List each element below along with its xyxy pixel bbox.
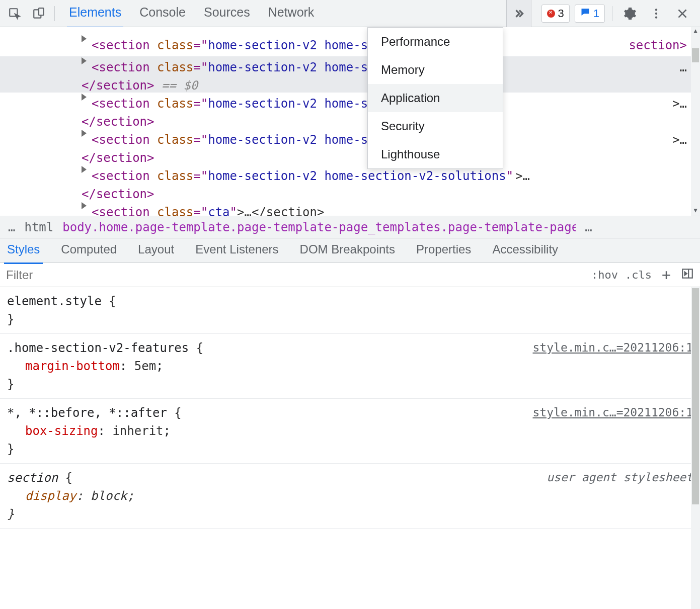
dom-node[interactable]: <section class="home-section-v2 home-se …	[0, 93, 691, 115]
dom-node[interactable]: <section class="cta">…</section>	[0, 201, 691, 216]
separator	[54, 6, 55, 21]
dom-tree-panel: ••• <section class="home-section-v2 home…	[0, 27, 700, 216]
style-rule[interactable]: .home-section-v2-features { style.min.c……	[0, 334, 700, 399]
scrollbar[interactable]	[691, 287, 700, 609]
main-tabs: Elements Console Sources Network	[67, 0, 503, 28]
menu-item-security[interactable]: Security	[368, 112, 503, 140]
separator	[612, 6, 612, 21]
messages-chip[interactable]: 1	[575, 5, 605, 23]
message-icon	[580, 7, 590, 20]
expand-icon[interactable]	[82, 35, 87, 42]
rule-selector[interactable]: section	[7, 471, 58, 485]
dom-node-close[interactable]: </section>	[0, 187, 691, 201]
hov-toggle[interactable]: :hov	[591, 269, 618, 281]
error-icon	[547, 10, 555, 18]
style-rule[interactable]: *, *::before, *::after { style.min.c…=20…	[0, 399, 700, 464]
tab-sources[interactable]: Sources	[202, 0, 252, 28]
dom-tree[interactable]: <section class="home-section-v2 home-se …	[0, 27, 691, 216]
svg-rect-2	[39, 8, 44, 15]
scroll-down-icon[interactable]: ▼	[691, 207, 700, 216]
style-rule-ua[interactable]: section { user agent stylesheet display:…	[0, 464, 700, 529]
style-property[interactable]: margin-bottom: 5em;	[7, 357, 693, 375]
scrollbar-thumb[interactable]	[692, 48, 699, 62]
expand-icon[interactable]	[82, 166, 87, 173]
dom-node-tail: >…	[672, 131, 687, 149]
dom-node-tail: >…	[672, 95, 687, 113]
toolbar-right: 3 1	[534, 3, 696, 24]
devtools-toolbar: Elements Console Sources Network 3 1	[0, 0, 700, 27]
expand-icon[interactable]	[82, 57, 87, 64]
scrollbar[interactable]: ▲ ▼	[691, 27, 700, 216]
errors-chip[interactable]: 3	[541, 5, 570, 23]
kebab-menu-icon[interactable]	[646, 3, 667, 24]
rule-selector[interactable]: .home-section-v2-features	[7, 341, 189, 355]
dom-node-close[interactable]: </section>	[0, 115, 691, 129]
breadcrumb-suffix[interactable]: …	[585, 220, 592, 234]
more-tabs-button[interactable]	[506, 0, 531, 27]
rule-selector[interactable]: *	[7, 406, 14, 420]
expand-icon[interactable]	[82, 94, 87, 101]
dom-node-close[interactable]: </section> == $0	[0, 78, 691, 93]
messages-count: 1	[593, 7, 599, 20]
rule-selector[interactable]: element.style	[7, 294, 102, 308]
dom-breadcrumb[interactable]: … html body.home.page-template.page-temp…	[0, 216, 700, 238]
expand-icon[interactable]	[82, 130, 87, 137]
tab-elements[interactable]: Elements	[67, 0, 123, 28]
dom-node-tail: >…	[515, 167, 530, 185]
rule-source-link[interactable]: style.min.c…=20211206:1	[533, 404, 693, 422]
menu-item-memory[interactable]: Memory	[368, 56, 503, 84]
tabs-overflow-menu: Performance Memory Application Security …	[367, 27, 503, 169]
scroll-up-icon[interactable]: ▲	[691, 27, 700, 36]
subtab-properties[interactable]: Properties	[413, 237, 474, 264]
menu-item-performance[interactable]: Performance	[368, 28, 503, 56]
scrollbar-thumb[interactable]	[692, 288, 699, 504]
menu-item-application[interactable]: Application	[368, 84, 503, 112]
style-property[interactable]: box-sizing: inherit;	[7, 422, 693, 440]
rule-source-ua: user agent stylesheet	[547, 469, 693, 487]
style-property[interactable]: display: block;	[7, 487, 693, 505]
tab-network[interactable]: Network	[266, 0, 317, 28]
subtab-dom-breakpoints[interactable]: DOM Breakpoints	[297, 237, 398, 264]
inspect-element-icon[interactable]	[4, 3, 25, 24]
sidebar-toggle-icon[interactable]	[681, 267, 694, 283]
device-toolbar-icon[interactable]	[28, 3, 49, 24]
rule-source-link[interactable]: style.min.c…=20211206:1	[533, 339, 693, 357]
subtab-event-listeners[interactable]: Event Listeners	[192, 237, 281, 264]
new-rule-button[interactable]: +	[659, 266, 674, 284]
breadcrumb-item[interactable]: html	[24, 220, 53, 234]
subtab-computed[interactable]: Computed	[58, 237, 120, 264]
subtab-styles[interactable]: Styles	[4, 237, 43, 264]
tab-console[interactable]: Console	[137, 0, 188, 28]
expand-icon[interactable]	[82, 202, 87, 209]
svg-point-4	[655, 12, 657, 14]
dom-node-close[interactable]: </section>	[0, 151, 691, 165]
style-rule[interactable]: element.style { }	[0, 287, 700, 334]
svg-point-3	[655, 9, 657, 11]
breadcrumb-item-active[interactable]: body.home.page-template.page-template-pa…	[62, 220, 576, 234]
dom-node-selected[interactable]: <section class="home-section-v2 home-se …	[0, 56, 691, 78]
eq0-indicator: == $0	[154, 78, 198, 93]
errors-count: 3	[558, 7, 564, 20]
breadcrumb-prefix[interactable]: …	[8, 220, 15, 234]
dom-node[interactable]: <section class="home-section-v2 home-sec…	[0, 165, 691, 187]
close-icon[interactable]	[672, 3, 693, 24]
dom-node-tail: …	[680, 58, 687, 76]
styles-filter-input[interactable]	[6, 268, 584, 282]
menu-item-lighthouse[interactable]: Lighthouse	[368, 140, 503, 168]
styles-pane[interactable]: element.style { } .home-section-v2-featu…	[0, 287, 700, 609]
cls-toggle[interactable]: .cls	[625, 269, 652, 281]
dom-node-tail: section>	[629, 36, 687, 54]
settings-icon[interactable]	[619, 3, 641, 24]
styles-subtabs: Styles Computed Layout Event Listeners D…	[0, 238, 700, 263]
styles-toolbar: :hov .cls +	[0, 263, 700, 287]
dom-node[interactable]: <section class="home-section-v2 home-se …	[0, 34, 691, 56]
subtab-accessibility[interactable]: Accessibility	[489, 237, 561, 264]
dom-node[interactable]: <section class="home-section-v2 home-se …	[0, 129, 691, 151]
subtab-layout[interactable]: Layout	[135, 237, 177, 264]
svg-point-5	[655, 16, 657, 18]
